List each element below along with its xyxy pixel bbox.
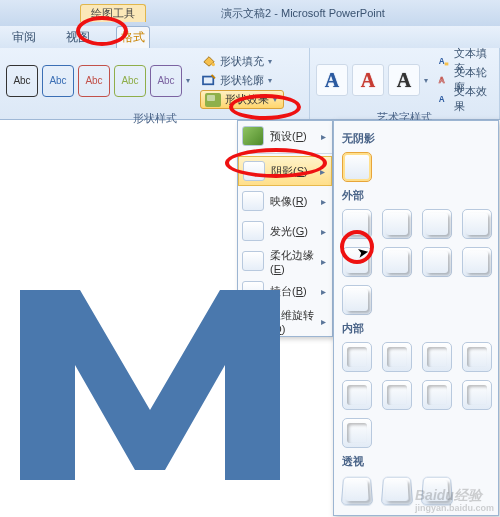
- text-effects-button[interactable]: A 文本效果: [436, 90, 493, 108]
- shape-outline-label: 形状轮廓: [220, 73, 264, 88]
- effects-icon: [205, 93, 221, 107]
- window-title: 演示文稿2 - Microsoft PowerPoint: [106, 6, 500, 21]
- title-bar: 绘图工具 演示文稿2 - Microsoft PowerPoint: [0, 0, 500, 26]
- svg-rect-1: [203, 77, 213, 85]
- shape-style-swatch[interactable]: Abc: [114, 65, 146, 97]
- shape-style-swatch[interactable]: Abc: [6, 65, 38, 97]
- shape-effects-button[interactable]: 形状效果 ▾: [200, 90, 284, 109]
- shape-fill-button[interactable]: 形状填充 ▾: [200, 52, 284, 70]
- shape-style-swatch[interactable]: Abc: [42, 65, 74, 97]
- mouse-cursor-icon: ➤: [356, 243, 371, 261]
- menu-label-reflection: 映像(R): [270, 194, 328, 209]
- shadow-swatch[interactable]: [422, 380, 452, 410]
- menu-label-preset: 预设(P): [270, 129, 328, 144]
- menu-item-glow[interactable]: 发光(G) ▸: [238, 216, 332, 246]
- watermark-url: jingyan.baidu.com: [415, 503, 494, 513]
- submenu-arrow-icon: ▸: [321, 286, 326, 297]
- gallery-section-none: 无阴影: [342, 131, 492, 146]
- wordart-style-swatch[interactable]: A: [388, 64, 420, 96]
- shape-outline-button[interactable]: 形状轮廓 ▾: [200, 71, 284, 89]
- submenu-arrow-icon: ▸: [321, 196, 326, 207]
- shadow-swatch[interactable]: [342, 418, 372, 448]
- submenu-arrow-icon: ▸: [321, 226, 326, 237]
- shadow-swatch[interactable]: [342, 285, 372, 315]
- gallery-section-inner: 内部: [342, 321, 492, 336]
- dropdown-arrow-icon: ▾: [268, 57, 272, 66]
- menu-item-reflection[interactable]: 映像(R) ▸: [238, 186, 332, 216]
- text-fill-icon: A: [438, 55, 450, 67]
- shape-style-gallery[interactable]: AbcAbcAbcAbcAbc: [6, 65, 182, 97]
- shadow-swatch[interactable]: [341, 477, 374, 506]
- svg-point-0: [212, 63, 215, 66]
- tab-view[interactable]: 视图: [62, 27, 94, 48]
- gallery-more-icon[interactable]: ▾: [424, 76, 428, 85]
- group-shape-styles: AbcAbcAbcAbcAbc ▾ 形状填充 ▾ 形状轮廓 ▾ 形状效果 ▾: [0, 48, 310, 119]
- tab-format[interactable]: 格式: [116, 26, 150, 48]
- svg-rect-3: [445, 62, 449, 65]
- shadow-icon: [243, 161, 265, 181]
- text-effects-icon: A: [438, 93, 450, 105]
- menu-item-preset[interactable]: 预设(P) ▸: [238, 121, 332, 151]
- menu-separator: [238, 153, 332, 154]
- shadow-swatch[interactable]: [422, 247, 452, 277]
- shadow-swatch[interactable]: [462, 247, 492, 277]
- outline-icon: [202, 74, 216, 86]
- preset-icon: [242, 126, 264, 146]
- shadow-swatch[interactable]: [382, 247, 412, 277]
- shape-fill-label: 形状填充: [220, 54, 264, 69]
- shape-effects-label: 形状效果: [225, 92, 269, 107]
- shadow-swatch[interactable]: [382, 380, 412, 410]
- glow-icon: [242, 221, 264, 241]
- menu-label-glow: 发光(G): [270, 224, 328, 239]
- gallery-section-outer: 外部: [342, 188, 492, 203]
- dropdown-arrow-icon: ▾: [268, 76, 272, 85]
- wordart-style-swatch[interactable]: A: [316, 64, 348, 96]
- shadow-swatch[interactable]: [342, 342, 372, 372]
- text-outline-icon: A: [438, 74, 450, 86]
- shadow-swatch[interactable]: [382, 209, 412, 239]
- watermark: Baidu经验 jingyan.baidu.com: [415, 487, 494, 513]
- shadow-outer-grid: [340, 209, 492, 315]
- wordart-style-swatch[interactable]: A: [352, 64, 384, 96]
- shadow-swatch[interactable]: [422, 342, 452, 372]
- shadow-swatch[interactable]: [422, 209, 452, 239]
- submenu-arrow-icon: ▸: [321, 131, 326, 142]
- shadow-none-swatch[interactable]: [342, 152, 372, 182]
- gallery-section-perspective: 透视: [342, 454, 492, 469]
- shadow-inner-grid: [340, 342, 492, 448]
- shadow-gallery: 无阴影 外部 内部 透视: [333, 120, 499, 516]
- shape-style-swatch[interactable]: Abc: [150, 65, 182, 97]
- group-wordart-styles: AAA ▾ A 文本填充 A 文本轮廓 A 文本效果 艺术字样式: [310, 48, 500, 119]
- gallery-more-icon[interactable]: ▾: [186, 76, 190, 85]
- shadow-swatch[interactable]: [382, 342, 412, 372]
- paint-bucket-icon: [202, 55, 216, 67]
- shadow-swatch[interactable]: [462, 209, 492, 239]
- shadow-swatch[interactable]: [462, 380, 492, 410]
- shadow-swatch[interactable]: [342, 209, 372, 239]
- shadow-swatch[interactable]: [462, 342, 492, 372]
- shadow-swatch[interactable]: [381, 477, 414, 506]
- watermark-brand: Baidu经验: [415, 487, 482, 503]
- shape-style-swatch[interactable]: Abc: [78, 65, 110, 97]
- ribbon: AbcAbcAbcAbcAbc ▾ 形状填充 ▾ 形状轮廓 ▾ 形状效果 ▾: [0, 48, 500, 120]
- svg-text:A: A: [439, 76, 445, 85]
- tab-review[interactable]: 审阅: [8, 27, 40, 48]
- softedges-icon: [242, 251, 264, 271]
- menu-label-shadow: 阴影(S): [271, 164, 327, 179]
- reflection-icon: [242, 191, 264, 211]
- wordart-style-gallery[interactable]: AAA: [316, 64, 420, 96]
- svg-text:A: A: [439, 95, 445, 104]
- shadow-swatch[interactable]: [342, 380, 372, 410]
- dropdown-arrow-icon: ▾: [273, 95, 277, 104]
- slide-shape-letter-m[interactable]: [10, 270, 310, 490]
- svg-text:A: A: [439, 57, 445, 66]
- menu-item-shadow[interactable]: 阴影(S) ▸: [238, 156, 332, 186]
- submenu-arrow-icon: ▸: [320, 166, 325, 177]
- submenu-arrow-icon: ▸: [321, 316, 326, 327]
- submenu-arrow-icon: ▸: [321, 256, 326, 267]
- ribbon-tabs: 审阅 视图 格式: [0, 26, 500, 48]
